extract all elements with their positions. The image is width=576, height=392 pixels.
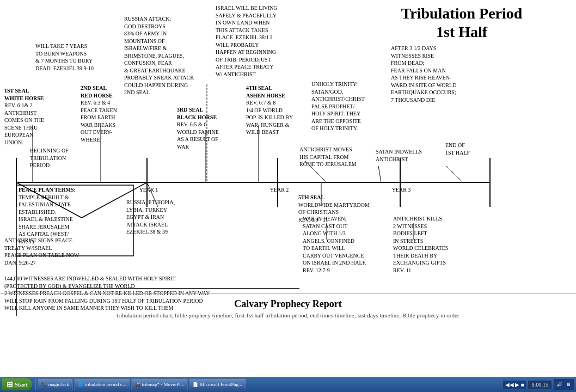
- play-icon[interactable]: ▶: [515, 382, 519, 388]
- bottom-keywords: tribulation period chart, bible prophecy…: [0, 312, 576, 318]
- antichrist-signs: Antichrist Signs Peace Treaty w/Israel P…: [4, 237, 79, 266]
- satan-indwells: Satan Indwells Antichrist: [376, 148, 422, 163]
- war-in-heaven: War In Heaven; Satan Cast Out Along With…: [303, 215, 366, 274]
- network-icon: 🖥: [564, 380, 573, 389]
- prev-icon[interactable]: ◀◀: [505, 382, 514, 388]
- taskbar-sys-icons: 🔊 🖥: [554, 379, 574, 390]
- year-3: Year 3: [388, 186, 415, 194]
- taskbar-time: 0:00:15: [528, 381, 552, 389]
- seal-2: 2nd Seal Red Horse Rev. 6:3 & 4 Peace ta…: [81, 84, 117, 143]
- seal-1: 1st Seal White Horse Rev. 6:1& 2 Antichr…: [4, 87, 44, 146]
- diagram-area: Tribulation Period 1st Half: [0, 0, 576, 338]
- bottom-section: Calvary Prophecy Report tribulation peri…: [0, 293, 576, 318]
- unholy-trinity: Unholy Trinity: Satan/God, Antichrist/Ch…: [311, 81, 365, 132]
- antichrist-kills: Antichrist Kills 2 Witnesses Bodies Left…: [393, 215, 448, 274]
- peace-plan-terms: Peace Plan Terms: Temple Rebuilt & Pales…: [19, 186, 127, 245]
- main-content: Tribulation Period 1st Half: [0, 0, 576, 338]
- seal-3: 3rd Seal Black Horse Rev. 6:5 & 6 World …: [177, 106, 219, 150]
- page-header: Tribulation Period 1st Half: [364, 0, 560, 43]
- taskbar-media-controls: ◀◀ ▶ ■: [503, 381, 526, 389]
- israel-living: Israel Will Be Living Safely & Peacefull…: [216, 4, 278, 78]
- taskbar-separator: [35, 378, 36, 390]
- start-button[interactable]: ⊞ Start: [2, 378, 32, 390]
- end-of-half: End Of 1st Half: [445, 142, 470, 156]
- speaker-icon: 🔊: [555, 380, 563, 389]
- stop-icon[interactable]: ■: [520, 382, 524, 388]
- russian-attack: Russian Attack: God Destroys 83% of Army…: [124, 15, 194, 96]
- taskbar-tribulation[interactable]: 🌐 tribulation period c...: [74, 378, 130, 390]
- will-take-7-years: Will Take 7 Years To Burn Weapons & 7 Mo…: [35, 42, 94, 72]
- antichrist-moves: Antichrist Moves His Capital From Rome T…: [299, 146, 357, 168]
- year-2: Year 2: [266, 186, 293, 194]
- svg-line-19: [378, 166, 381, 182]
- taskbar-right: ◀◀ ▶ ■ 0:00:15 🔊 🖥: [503, 379, 574, 390]
- taskbar-frontpage[interactable]: 📄 Microsoft FrontPag...: [189, 378, 246, 390]
- bottom-title: Calvary Prophecy Report: [0, 298, 576, 310]
- seal-4: 4th Seal Ashen Horse Rev. 6:7 & 8 1/4 of…: [246, 84, 293, 136]
- russia-nations: Russia, Ethiopia, Lybia, Turkey Egypt & …: [126, 199, 175, 236]
- taskbar: ⊞ Start 📞 magicJack 🌐 tribulation period…: [0, 377, 576, 392]
- beginning-trib: Beginning Of Tribulation Period: [30, 147, 69, 169]
- svg-line-20: [446, 166, 463, 182]
- after-days: After 3 1/2 Days Witnesses Rise From Dea…: [391, 45, 456, 103]
- page-title: Tribulation Period 1st Half: [364, 4, 560, 41]
- taskbar-tribmap[interactable]: 🎬 tribmap* - MoviePl...: [131, 378, 188, 390]
- taskbar-magicjack[interactable]: 📞 magicJack: [38, 378, 73, 390]
- year-1: Year 1: [135, 186, 162, 194]
